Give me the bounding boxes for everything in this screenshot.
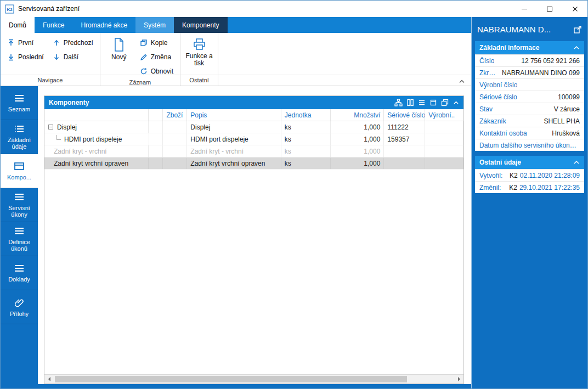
column-header-blank[interactable] xyxy=(149,109,163,121)
column-chooser-icon[interactable] xyxy=(406,99,414,106)
tasks-icon xyxy=(14,193,25,201)
section-title: Ostatní údaje xyxy=(479,159,521,166)
functions-print-button[interactable]: Funkce a tisk xyxy=(184,35,214,67)
group-label-navigace: Navigace xyxy=(4,75,96,86)
new-button[interactable]: Nový xyxy=(104,35,134,61)
edit-button-label: Změna xyxy=(151,53,171,61)
sidebar-item-label: Přílohy xyxy=(10,311,29,317)
column-header-tree[interactable] xyxy=(44,109,149,121)
row-name: Zadní kryt - vrchní xyxy=(54,148,107,155)
detail-row: Vytvořil: K202.11.2020 21:28:09 xyxy=(475,169,584,181)
tab-komponenty[interactable]: Komponenty xyxy=(174,17,227,33)
edit-button[interactable]: Změna xyxy=(137,51,176,63)
section-collapse-chevron[interactable] xyxy=(573,160,580,165)
row-name: HDMI port dispeleje xyxy=(64,136,122,143)
row-name: Zadní kryt vrchní opraven xyxy=(54,160,128,167)
main-content: Komponenty xyxy=(38,86,471,384)
detail-row: Kontaktní osoba Hrušková xyxy=(475,127,584,139)
column-header-mnozstvi[interactable]: Množství xyxy=(331,109,385,121)
sidebar-item-label: Doklady xyxy=(8,276,30,283)
sidebar-item-servisni-ukony[interactable]: Servisní úkony xyxy=(1,188,38,222)
scrollbar-thumb[interactable] xyxy=(55,376,407,382)
detail-row: Změnil: K229.10.2021 17:22:35 xyxy=(475,181,584,193)
sidebar-item-komponenty[interactable]: Kompo... xyxy=(1,154,38,188)
table-row[interactable]: Displej Displej ks 1,000 111222 xyxy=(44,121,463,133)
group-label-ostatni: Ostatní xyxy=(184,75,214,86)
close-icon xyxy=(572,6,578,12)
scroll-left-arrow[interactable] xyxy=(44,375,54,384)
section-ostatni-udaje: Ostatní údaje Vytvořil: K202.11.2020 21:… xyxy=(475,156,584,193)
last-button[interactable]: Poslední xyxy=(4,51,47,63)
component-icon xyxy=(14,162,25,171)
refresh-icon xyxy=(140,67,148,75)
cascade-windows-icon[interactable] xyxy=(441,99,449,106)
horizontal-scrollbar[interactable] xyxy=(44,374,463,384)
section-header[interactable]: Základní informace xyxy=(475,41,584,54)
copy-button-label: Kopie xyxy=(151,39,168,47)
last-button-label: Poslední xyxy=(18,53,44,61)
detail-record-title: NABRAUMANN D... xyxy=(477,25,570,34)
go-last-icon xyxy=(7,53,15,61)
detail-row: Výrobní číslo xyxy=(475,78,584,91)
refresh-button[interactable]: Obnovit xyxy=(137,65,176,77)
detail-title-row: NABRAUMANN D... xyxy=(475,19,584,41)
section-title: Základní informace xyxy=(479,44,539,52)
section-header[interactable]: Ostatní údaje xyxy=(475,156,584,169)
panel-collapse-chevron[interactable] xyxy=(453,100,460,105)
tab-domu[interactable]: Domů xyxy=(1,17,35,33)
functions-print-button-label: Funkce a tisk xyxy=(185,53,213,67)
copy-button[interactable]: Kopie xyxy=(137,37,176,49)
table-row[interactable]: Zadní kryt - vrchní Zadní kryt - vrchní … xyxy=(44,145,463,157)
table-row-selected[interactable]: Zadní kryt vrchní opraven Zadní kryt vrc… xyxy=(44,157,463,170)
section-zakladni-informace: Základní informace Číslo 12 756 052 921 … xyxy=(475,41,584,151)
minimize-button[interactable] xyxy=(512,1,537,17)
ribbon-group-navigace: První Poslední xyxy=(1,33,100,86)
section-collapse-chevron[interactable] xyxy=(573,46,580,50)
task-definitions-icon xyxy=(14,227,25,235)
sidebar-item-label: Servisní úkony xyxy=(2,205,36,218)
ribbon-collapse-chevron[interactable] xyxy=(458,79,466,84)
menu-lines-icon xyxy=(14,94,25,103)
tab-system[interactable]: Systém xyxy=(135,17,174,33)
arrow-up-icon xyxy=(53,39,60,47)
table-row[interactable]: HDMI port dispeleje HDMI port dispeleje … xyxy=(44,133,463,145)
tab-funkce[interactable]: Funkce xyxy=(35,17,72,33)
column-header-vyrobni[interactable]: Výrobní.. xyxy=(425,109,463,121)
column-header-jednotka[interactable]: Jednotka xyxy=(281,109,331,121)
maximize-button[interactable] xyxy=(537,1,562,17)
tab-hromadne-akce[interactable]: Hromadné akce xyxy=(72,17,135,33)
scrollbar-track[interactable] xyxy=(54,375,454,384)
scroll-right-arrow[interactable] xyxy=(454,375,463,384)
minimize-icon xyxy=(522,9,527,9)
ribbon-group-zaznam: Nový Kopie xyxy=(100,33,180,86)
tree-collapse-icon[interactable] xyxy=(48,125,53,129)
title-bar: K2 Servisovaná zařízení xyxy=(1,1,587,17)
open-external-icon[interactable] xyxy=(573,25,582,34)
arrow-down-icon xyxy=(53,53,60,61)
column-header-popis[interactable]: Popis xyxy=(187,109,281,121)
group-label-zaznam: Záznam xyxy=(104,77,176,88)
sidebar-item-label: Základní údaje xyxy=(2,137,36,150)
window-icon[interactable] xyxy=(429,99,437,106)
sidebar-item-doklady[interactable]: Doklady xyxy=(1,256,38,290)
next-button-label: Další xyxy=(64,53,78,61)
list-view-icon[interactable] xyxy=(418,99,426,106)
previous-button[interactable]: Předchozí xyxy=(50,37,96,49)
sidebar-item-zakladni-udaje[interactable]: Základní údaje xyxy=(1,120,38,154)
first-button-label: První xyxy=(18,39,33,47)
go-first-icon xyxy=(7,39,15,47)
paperclip-icon xyxy=(14,297,24,307)
sidebar-item-prilohy[interactable]: Přílohy xyxy=(1,290,38,324)
column-header-seriove-cislo[interactable]: Sériové číslo xyxy=(384,109,425,121)
sidebar-item-seznam[interactable]: Seznam xyxy=(1,86,38,120)
sidebar-item-definice-ukonu[interactable]: Definice úkonů xyxy=(1,222,38,256)
tree-view-icon[interactable] xyxy=(394,99,403,106)
close-button[interactable] xyxy=(562,1,587,17)
first-button[interactable]: První xyxy=(4,37,47,49)
ribbon-group-ostatni: Funkce a tisk Ostatní xyxy=(180,33,218,86)
pencil-icon xyxy=(140,53,148,61)
new-button-label: Nový xyxy=(111,54,126,61)
next-button[interactable]: Další xyxy=(50,51,96,63)
previous-button-label: Předchozí xyxy=(64,39,93,47)
column-header-zbozi[interactable]: Zboží xyxy=(163,109,187,121)
